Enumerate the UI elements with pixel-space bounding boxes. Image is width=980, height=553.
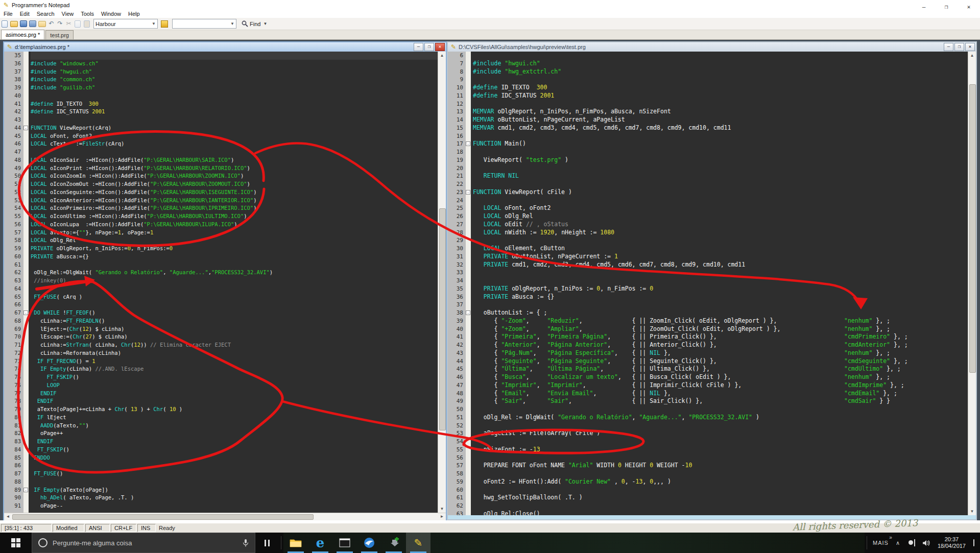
code-line[interactable]: { "-Zoom", "Reduzir", { || ZoomIn_Click(… [473, 317, 968, 325]
menu-file[interactable]: File [0, 10, 16, 17]
code-line[interactable]: ENDIF [31, 438, 438, 446]
scroll-down-icon[interactable]: ▼ [438, 505, 446, 513]
code-line[interactable]: { "Última", "Última Página", { || Ultima… [473, 365, 968, 373]
open-file-icon[interactable] [10, 21, 18, 27]
code-line[interactable] [473, 301, 968, 309]
code-line[interactable]: LOCAL aTexto:={""}, nPage:=1, oPage:=1 [31, 229, 438, 237]
code-line[interactable] [473, 100, 968, 108]
code-line[interactable]: hwg_SetToolTipBalloon( .T. ) [473, 494, 968, 502]
code-line[interactable]: oPage-- [31, 502, 438, 510]
scrollbar-thumb[interactable] [969, 84, 976, 373]
code-line[interactable]: lEject:=(Chr(12) $ cLinha) [31, 325, 438, 333]
code-line[interactable]: PRIVATE oButtonList, nPageCurrent := 1 [473, 253, 968, 261]
vertical-scrollbar[interactable]: ▲ ▼ [438, 52, 446, 513]
taskbar-edge[interactable]: e [308, 533, 332, 553]
horizontal-scrollbar[interactable]: ◄ ► [4, 513, 446, 520]
code-line[interactable]: LOCAL oDlg_Rel [473, 212, 968, 221]
microphone-icon[interactable] [243, 539, 249, 547]
code-line[interactable]: #define ID_TEXTO 300 [31, 100, 438, 108]
code-line[interactable]: MEMVAR oDlgReport, n_IniPos, n_FimPos, a… [473, 108, 968, 116]
scrollbar-thumb[interactable] [12, 514, 314, 520]
code-line[interactable] [473, 438, 968, 446]
child-restore-button[interactable]: ❐ [954, 43, 964, 51]
code-line[interactable]: LOCAL nWidth := 1920, nHeight := 1080 [473, 229, 968, 237]
code-line[interactable]: #define ID_TEXTO 300 [473, 84, 968, 92]
child-minimize-button[interactable]: – [944, 43, 953, 51]
find-button[interactable]: Find ▼ [242, 20, 267, 27]
code-line[interactable]: #include "hwgui.ch" [31, 68, 438, 76]
cut-icon[interactable]: ✂ [65, 20, 73, 28]
code-line[interactable]: oButtonList := { ; [473, 309, 968, 317]
code-line[interactable]: #include "guilib.ch" [31, 84, 438, 92]
fold-toggle-icon[interactable]: - [466, 310, 470, 315]
child-titlebar[interactable]: ✎ D:\CVSFiles\AllGui\samples\hwgui\previ… [448, 42, 976, 52]
tab-test-prg[interactable]: test.prg [45, 30, 74, 39]
menu-window[interactable]: Window [98, 10, 125, 17]
code-line[interactable] [473, 486, 968, 494]
code-line[interactable] [473, 502, 968, 510]
code-line[interactable] [473, 269, 968, 277]
code-line[interactable]: PRIVATE oDlgReport, n_IniPos := 0, n_Fim… [473, 285, 968, 293]
code-line[interactable]: ENDIF [31, 397, 438, 405]
code-line[interactable]: IF lEject [31, 414, 438, 422]
code-line[interactable]: FT_FSKIP() [31, 446, 438, 454]
code-line[interactable]: { "Seguinte", "Página Seguinte", { || Se… [473, 357, 968, 366]
code-text-area[interactable]: #include "hwgui.ch"#include "hwg_extctrl… [471, 52, 968, 515]
find-input[interactable]: ▼ [172, 19, 236, 29]
child-close-button[interactable]: ✕ [435, 43, 445, 51]
start-button[interactable] [0, 533, 32, 553]
display-icon[interactable] [914, 540, 915, 546]
menu-edit[interactable]: Edit [16, 10, 33, 17]
menu-help[interactable]: Help [125, 10, 144, 17]
scroll-up-icon[interactable]: ▲ [968, 52, 976, 59]
code-line[interactable]: LOCAL cText :=FileStr(cArq) [31, 140, 438, 148]
copy-icon[interactable] [75, 20, 81, 28]
code-line[interactable]: PRIVATE cmd1, cmd2, cmd3, cmd4, cmd5, cm… [473, 261, 968, 269]
code-line[interactable] [473, 277, 968, 285]
code-line[interactable]: cLinha:=Reformata(cLinha) [31, 349, 438, 357]
code-line[interactable]: FT_FUSE( cArq ) [31, 293, 438, 301]
code-line[interactable]: oDlg_Rel:=DlgWait( "Gerando o Relatório"… [31, 269, 438, 277]
redo-icon[interactable]: ↷ [56, 20, 64, 28]
code-line[interactable]: LOCAL oIconLupa :=HIcon():AddFile("P:\GE… [31, 221, 438, 229]
code-line[interactable]: DO WHILE !FT_FEOF() [31, 309, 438, 317]
code-line[interactable] [31, 116, 438, 124]
code-line[interactable]: { "Pág.Num", "Página Específica", { || N… [473, 349, 968, 357]
taskbar-update-tool[interactable] [381, 533, 406, 553]
fold-margin[interactable]: --- [466, 52, 471, 515]
code-line[interactable]: FUNCTION Main() [473, 140, 968, 148]
code-line[interactable]: ENDDO [31, 454, 438, 462]
menu-view[interactable]: View [58, 10, 78, 17]
scroll-right-icon[interactable]: ► [438, 513, 446, 520]
fold-toggle-icon[interactable]: - [466, 190, 470, 195]
code-line[interactable]: PREPARE FONT oFont NAME "Arial" WIDTH 0 … [473, 462, 968, 470]
code-line[interactable]: oDlg_Rel := DlgWait( "Gerando o Relatóri… [473, 414, 968, 422]
code-line[interactable] [473, 180, 968, 188]
code-line[interactable] [31, 148, 438, 156]
code-line[interactable]: { "Sair", "Sair", { || Sair_Click() }, "… [473, 397, 968, 405]
code-line[interactable]: LOCAL oFont, oFont2 [31, 132, 438, 140]
code-line[interactable]: IF Empty(aTexto[oPage]) [31, 486, 438, 494]
code-line[interactable]: LOCAL oIconPrint :=HIcon():AddFile("P:\G… [31, 164, 438, 173]
code-line[interactable]: LOCAL oIconUltimo :=HIcon():AddFile("P:\… [31, 212, 438, 221]
code-line[interactable]: MEMVAR oButtonList, nPageCurrent, aPageL… [473, 116, 968, 124]
code-line[interactable]: #include "hwg_extctrl.ch" [473, 68, 968, 76]
code-line[interactable]: ENDIF [31, 390, 438, 398]
code-line[interactable] [31, 301, 438, 309]
taskbar-console[interactable] [332, 533, 357, 553]
code-line[interactable] [473, 52, 968, 60]
code-line[interactable] [31, 285, 438, 293]
code-line[interactable] [473, 422, 968, 430]
taskbar-clock[interactable]: 20:37 18/04/2017 [938, 536, 966, 549]
code-line[interactable]: FUNCTION ViewReport(cArq) [31, 124, 438, 132]
code-line[interactable]: #include "hwgui.ch" [473, 60, 968, 68]
code-line[interactable]: { "+Zoom", "Ampliar", { || ZoomOut_Click… [473, 325, 968, 333]
code-text-area[interactable]: #include "windows.ch"#include "hwgui.ch"… [29, 52, 438, 513]
close-file-icon[interactable] [38, 21, 46, 27]
code-line[interactable]: #include "windows.ch" [31, 60, 438, 68]
fold-toggle-icon[interactable]: - [23, 488, 28, 492]
code-line[interactable] [31, 478, 438, 486]
code-line[interactable]: LOCAL oEdit // , oStatus [473, 221, 968, 229]
code-line[interactable]: PRIVATE aBusca:={} [31, 253, 438, 261]
code-line[interactable] [31, 92, 438, 100]
